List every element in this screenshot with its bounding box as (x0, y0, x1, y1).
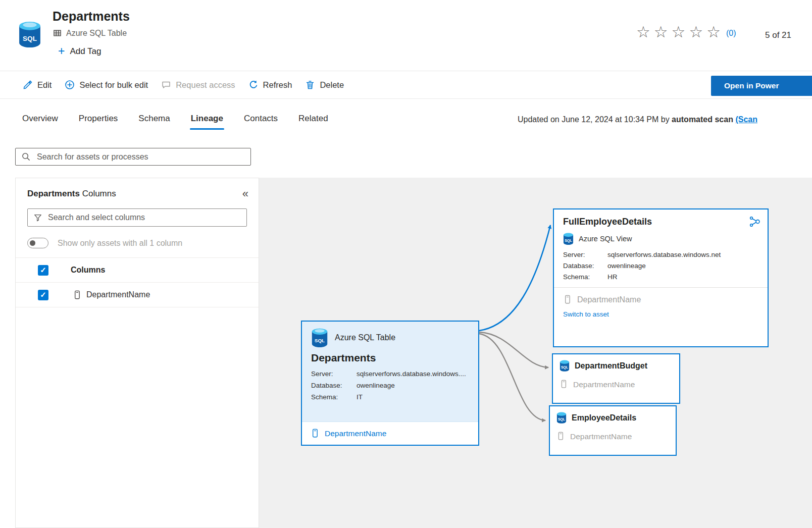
server-value: sqlserverforws.database.windows.... (357, 370, 469, 378)
refresh-button[interactable]: Refresh (248, 80, 292, 90)
delete-button[interactable]: Delete (305, 80, 344, 90)
updated-prefix: Updated on June 12, 2024 at 10:34 PM by (518, 115, 672, 124)
panel-title: Departments Columns (27, 189, 116, 199)
tab-properties[interactable]: Properties (79, 114, 118, 130)
search-input[interactable] (15, 148, 251, 166)
azure-sql-icon: SQL (18, 21, 41, 48)
collapse-panel-icon[interactable]: « (242, 188, 248, 199)
node-column-row[interactable]: DepartmentName (556, 431, 669, 442)
open-in-power-bi-button[interactable]: Open in Power (711, 76, 812, 96)
server-value: sqlserverforws.database.windows.net (607, 251, 721, 258)
tab-overview[interactable]: Overview (22, 114, 58, 130)
request-access-label: Request access (176, 80, 235, 90)
node-column-name: DepartmentName (570, 432, 632, 441)
switch-to-asset-link[interactable]: Switch to asset (563, 310, 609, 318)
node-column-row[interactable]: DepartmentName (302, 421, 478, 445)
plus-icon: + (58, 45, 65, 57)
lineage-node-departmentbudget[interactable]: SQL DepartmentBudget DepartmentName (552, 353, 680, 404)
lineage-node-fullemployeedetails[interactable]: FullEmployeeDetails SQL Azure SQL View S… (553, 208, 769, 347)
node-column-row[interactable]: DepartmentName (560, 379, 673, 390)
star-icon[interactable]: ☆ (636, 24, 650, 40)
star-icon[interactable]: ☆ (706, 24, 721, 40)
star-rating: ☆ ☆ ☆ ☆ ☆ (0) (636, 24, 736, 40)
star-icon[interactable]: ☆ (689, 24, 703, 40)
lineage-node-departments[interactable]: SQL Azure SQL Table Departments Server:s… (301, 321, 479, 446)
tab-bar: Overview Properties Schema Lineage Conta… (0, 99, 812, 137)
lineage-canvas[interactable]: SQL Azure SQL Table Departments Server:s… (259, 178, 812, 528)
refresh-icon (248, 80, 259, 90)
column-icon (560, 379, 568, 390)
rating-count: (0) (726, 29, 736, 38)
svg-text:SQL: SQL (558, 417, 565, 421)
tab-lineage[interactable]: Lineage (191, 114, 223, 130)
add-tag-button[interactable]: + Add Tag (58, 45, 102, 57)
azure-sql-icon: SQL (311, 328, 328, 347)
refresh-label: Refresh (263, 80, 292, 90)
lineage-icon[interactable] (749, 216, 761, 228)
server-label: Server: (563, 251, 607, 258)
node-title: Departments (311, 352, 469, 364)
star-icon[interactable]: ☆ (654, 24, 668, 40)
delete-label: Delete (320, 80, 344, 90)
database-value: owenlineage (357, 382, 469, 389)
database-label: Database: (563, 262, 607, 270)
add-tag-label: Add Tag (70, 46, 101, 57)
lineage-node-employeedetails[interactable]: SQL EmployeeDetails DepartmentName (549, 405, 677, 456)
show-only-toggle[interactable] (27, 238, 48, 248)
tab-contacts[interactable]: Contacts (244, 114, 278, 130)
columns-group-row[interactable]: Columns (16, 258, 259, 283)
asset-type: Azure SQL Table (53, 28, 127, 38)
column-icon (563, 294, 572, 305)
panel-title-asset: Departments (27, 189, 80, 198)
columns-group-checkbox[interactable] (38, 265, 48, 276)
svg-text:SQL: SQL (315, 338, 325, 343)
asset-search (15, 148, 251, 166)
panel-title-suffix: Columns (80, 189, 116, 198)
schema-value: HR (607, 273, 618, 281)
edit-button[interactable]: Edit (23, 80, 52, 90)
bulk-edit-label: Select for bulk edit (79, 80, 148, 90)
node-title: FullEmployeeDetails (563, 217, 758, 227)
database-value: owenlineage (607, 262, 646, 270)
tab-related[interactable]: Related (298, 114, 328, 130)
asset-header: SQL Departments Azure SQL Table + Add Ta… (0, 0, 812, 71)
updated-author: automated scan (672, 115, 735, 124)
show-only-toggle-label: Show only assets with all 1 column (58, 239, 182, 248)
svg-text:SQL: SQL (565, 239, 572, 243)
edge-to-employeedetails (479, 334, 545, 420)
page-title: Departments (53, 9, 130, 24)
node-title: DepartmentBudget (575, 361, 647, 371)
node-column-name: DepartmentName (573, 380, 635, 389)
schema-value: IT (357, 393, 469, 401)
node-title: EmployeeDetails (572, 413, 636, 423)
svg-text:SQL: SQL (23, 35, 37, 42)
edit-label: Edit (37, 80, 52, 90)
node-type-label: Azure SQL Table (335, 333, 395, 342)
database-label: Database: (311, 382, 357, 389)
column-checkbox[interactable] (38, 290, 48, 300)
asset-pagination: 5 of 21 (765, 30, 791, 40)
schema-label: Schema: (311, 393, 357, 401)
star-icon[interactable]: ☆ (672, 24, 686, 40)
request-access-button[interactable]: Request access (161, 80, 235, 90)
updated-status: Updated on June 12, 2024 at 10:34 PM by … (518, 115, 757, 124)
column-icon (73, 290, 81, 300)
column-filter-input[interactable] (27, 208, 247, 227)
node-column-name: DepartmentName (325, 429, 386, 438)
scan-link[interactable]: (Scan (735, 115, 757, 124)
bulk-edit-button[interactable]: Select for bulk edit (65, 80, 148, 90)
node-column-row[interactable]: DepartmentName (563, 288, 758, 305)
trash-icon (305, 80, 315, 90)
azure-sql-icon: SQL (556, 412, 567, 424)
asset-type-label: Azure SQL Table (66, 29, 127, 38)
circle-plus-icon (65, 80, 75, 90)
tab-schema[interactable]: Schema (138, 114, 170, 130)
column-name-label: DepartmentName (86, 290, 150, 299)
svg-text:SQL: SQL (561, 365, 568, 369)
node-column-name: DepartmentName (577, 295, 641, 304)
search-icon (21, 152, 31, 162)
node-type-label: Azure SQL View (579, 235, 632, 243)
edge-to-departmentbudget (479, 332, 548, 367)
column-row-departmentname[interactable]: DepartmentName (16, 283, 259, 307)
columns-group-label: Columns (71, 266, 105, 275)
